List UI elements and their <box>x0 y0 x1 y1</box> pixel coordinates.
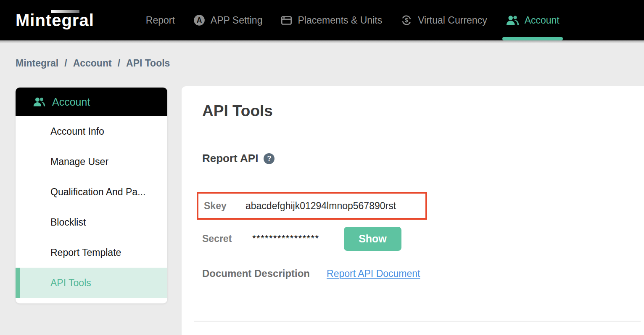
nav-item-report[interactable]: Report <box>120 0 184 40</box>
nav-item-label: Account <box>525 15 560 26</box>
nav-item-label: Placements & Units <box>298 15 382 26</box>
svg-text:$: $ <box>405 17 408 24</box>
breadcrumb-separator: / <box>64 58 67 69</box>
secret-field-row: Secret **************** Show <box>202 227 644 251</box>
sidebar-item-label: Manage User <box>50 156 108 168</box>
header-shadow <box>0 40 644 43</box>
window-icon <box>281 15 292 26</box>
grid-icon <box>129 15 140 26</box>
mintegral-logo[interactable]: Mintegral <box>16 12 94 29</box>
sidebar-item-api-tools[interactable]: API Tools <box>16 268 167 298</box>
nav-item-label: Report <box>146 15 175 26</box>
report-api-document-link[interactable]: Report API Document <box>327 268 420 279</box>
nav-item-account[interactable]: Account <box>496 0 569 40</box>
users-icon <box>506 14 519 27</box>
sidebar-item-label: Report Template <box>50 247 121 258</box>
section-title: Report API <box>202 152 258 165</box>
skey-label: Skey <box>204 200 245 212</box>
sidebar-item-label: Qualification And Pa... <box>50 186 145 198</box>
secret-label: Secret <box>202 233 252 245</box>
svg-text:A: A <box>197 16 202 24</box>
help-icon[interactable]: ? <box>264 153 274 164</box>
sidebar-item-label: Blocklist <box>50 217 86 228</box>
nav-item-label: APP Setting <box>211 15 263 26</box>
report-api-section-header: Report API ? <box>202 152 644 165</box>
nav-item-label: Virtual Currency <box>418 15 487 26</box>
breadcrumb-api-tools[interactable]: API Tools <box>126 58 170 69</box>
breadcrumb: Mintegral / Account / API Tools <box>16 58 170 69</box>
show-secret-button[interactable]: Show <box>344 227 401 251</box>
nav-item-app-setting[interactable]: A APP Setting <box>184 0 272 40</box>
main-content-panel: API Tools Report API ? Skey abacdefghijk… <box>182 86 644 335</box>
sidebar-item-account-info[interactable]: Account Info <box>16 116 167 146</box>
app-store-icon: A <box>193 14 205 26</box>
page-title: API Tools <box>202 102 644 120</box>
sidebar-header-label: Account <box>52 96 90 108</box>
top-nav: Report A APP Setting Placements & Units <box>120 0 569 40</box>
section-divider <box>194 321 641 322</box>
sidebar-header-account[interactable]: Account <box>16 88 167 116</box>
breadcrumb-mintegral[interactable]: Mintegral <box>16 58 58 69</box>
sidebar-item-blocklist[interactable]: Blocklist <box>16 207 167 237</box>
active-tab-underline <box>502 37 563 40</box>
skey-field-highlight-box: Skey abacdefghijk01294lmnop567890rst <box>197 192 427 220</box>
top-navigation-bar: Mintegral Report A APP Setting <box>0 0 644 40</box>
sidebar-item-manage-user[interactable]: Manage User <box>16 146 167 177</box>
nav-item-placements-units[interactable]: Placements & Units <box>272 0 391 40</box>
nav-item-virtual-currency[interactable]: $ Virtual Currency <box>391 0 496 40</box>
sidebar-item-report-template[interactable]: Report Template <box>16 237 167 268</box>
currency-icon: $ <box>401 14 412 26</box>
document-description-label: Document Description <box>202 268 310 279</box>
users-icon <box>33 96 45 108</box>
breadcrumb-separator: / <box>118 58 120 69</box>
sidebar-item-label: API Tools <box>50 277 91 289</box>
sidebar-item-qualification-and-payment[interactable]: Qualification And Pa... <box>16 177 167 207</box>
secret-masked-value: **************** <box>252 233 344 245</box>
sidebar: Account Account Info Manage User Qualifi… <box>16 88 167 303</box>
skey-value: abacdefghijk01294lmnop567890rst <box>245 200 396 212</box>
breadcrumb-account[interactable]: Account <box>73 58 112 69</box>
document-description-row: Document Description Report API Document <box>202 268 644 279</box>
sidebar-item-label: Account Info <box>50 126 104 137</box>
